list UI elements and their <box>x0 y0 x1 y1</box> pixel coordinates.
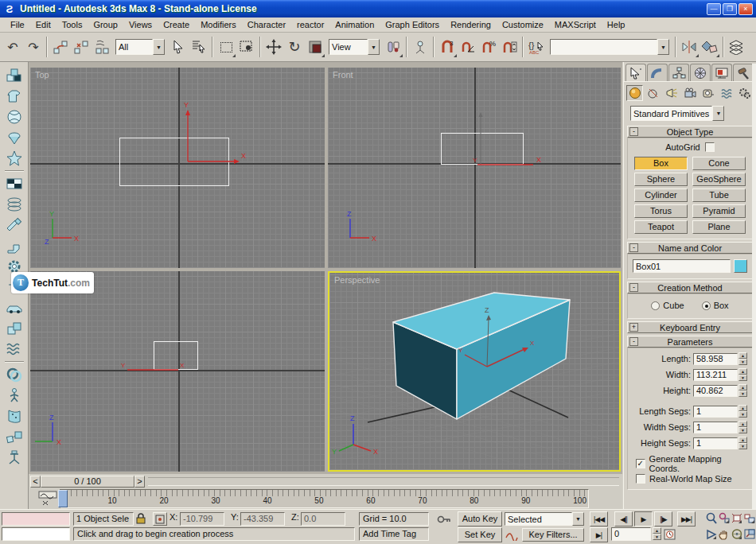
next-frame-button[interactable]: ||▶ <box>654 511 672 527</box>
shelf-ball-icon[interactable] <box>3 107 25 127</box>
width-spinner[interactable]: ▲▼ <box>738 368 747 381</box>
selection-lock-toggle[interactable] <box>135 512 150 526</box>
height-segs-spinner[interactable]: ▲▼ <box>738 437 747 449</box>
viewport-top[interactable]: Top Y X Y X Z <box>30 68 325 268</box>
length-segs-input[interactable]: 1 <box>693 406 738 418</box>
select-and-move-button[interactable] <box>263 36 284 58</box>
subtab-cameras[interactable] <box>681 85 698 101</box>
shelf-shirt-icon[interactable] <box>3 86 25 107</box>
mini-curve-editor-button[interactable] <box>38 490 59 507</box>
creation-method-cube-radio[interactable]: Cube <box>651 301 684 310</box>
menu-item-tools[interactable]: Tools <box>57 18 88 31</box>
add-time-tag-button[interactable]: Add Time Tag <box>359 527 429 541</box>
snap-toggle-button[interactable]: 3 <box>437 36 458 58</box>
chevron-down-icon[interactable]: ▼ <box>153 39 165 55</box>
width-segs-input[interactable]: 1 <box>693 422 738 433</box>
menu-item-modifiers[interactable]: Modifiers <box>195 18 242 31</box>
select-and-link-icon[interactable] <box>50 36 71 58</box>
maxscript-mini-listener-white[interactable] <box>2 527 70 541</box>
named-selection-dropdown[interactable]: ▼ <box>550 39 669 55</box>
shelf-spindle-icon[interactable] <box>3 127 25 148</box>
viewport-left[interactable]: Y X Z X <box>30 271 325 472</box>
y-coordinate-field[interactable]: -43.359 <box>240 512 285 526</box>
named-selection-sets-button[interactable]: {}ABC <box>526 36 547 58</box>
shelf-waves-icon[interactable] <box>3 339 25 359</box>
angle-snap-toggle[interactable] <box>458 36 478 58</box>
object-type-button[interactable]: Pyramid <box>692 204 746 218</box>
rollout-keyboard-entry-header[interactable]: + Keyboard Entry <box>627 321 753 333</box>
tab-create[interactable] <box>625 64 646 81</box>
command-panel-scrollbar[interactable] <box>752 64 756 509</box>
menu-item-create[interactable]: Create <box>158 18 195 31</box>
chevron-down-icon[interactable]: ▼ <box>572 512 584 526</box>
shelf-checker-icon[interactable] <box>3 173 25 194</box>
rollout-creation-method-header[interactable]: - Creation Method <box>627 282 753 293</box>
go-to-start-button[interactable]: |◀◀ <box>590 511 608 527</box>
bind-to-space-warp-icon[interactable] <box>92 36 112 58</box>
chevron-down-icon[interactable]: ▼ <box>657 39 669 55</box>
rollout-name-color-header[interactable]: - Name and Color <box>627 242 753 254</box>
shelf-car-icon[interactable] <box>3 297 25 318</box>
select-and-scale-button[interactable] <box>305 36 325 58</box>
track-bar-frame-slider[interactable] <box>58 490 68 507</box>
real-world-map-size-checkbox[interactable] <box>636 474 645 484</box>
redo-button[interactable]: ↷ <box>23 36 44 58</box>
unlink-selection-icon[interactable] <box>71 36 92 58</box>
chevron-down-icon[interactable]: ▼ <box>712 106 724 121</box>
subtab-geometry[interactable] <box>626 85 643 101</box>
subtab-systems[interactable] <box>736 85 753 101</box>
mirror-button[interactable] <box>679 36 699 58</box>
close-button[interactable]: × <box>738 3 753 15</box>
zoom-extents-icon[interactable] <box>731 511 742 524</box>
tab-hierarchy[interactable] <box>668 64 689 81</box>
creation-method-box-radio[interactable]: Box <box>702 301 729 310</box>
shelf-stand-icon[interactable] <box>3 447 25 468</box>
menu-item-rendering[interactable]: Rendering <box>445 18 497 31</box>
menu-item-animation[interactable]: Animation <box>329 18 380 31</box>
shelf-spring-icon[interactable] <box>3 194 25 215</box>
track-bar-ruler[interactable]: 0 10 20 30 40 50 60 70 80 90 100 <box>60 489 589 508</box>
field-of-view-icon[interactable] <box>705 527 717 540</box>
length-spinner[interactable]: ▲▼ <box>738 352 747 365</box>
shelf-star-icon[interactable] <box>3 148 25 169</box>
tab-motion[interactable] <box>690 64 711 81</box>
object-type-button[interactable]: Cone <box>692 157 746 170</box>
time-configuration-button[interactable] <box>664 528 676 541</box>
menu-item-maxscript[interactable]: MAXScript <box>549 18 602 31</box>
menu-item-group[interactable]: Group <box>88 18 123 31</box>
object-type-button[interactable]: Torus <box>634 204 688 218</box>
go-to-end-button[interactable]: ▶▶| <box>677 511 696 527</box>
z-coordinate-field[interactable]: 0.0 <box>301 512 345 526</box>
rollout-object-type-header[interactable]: - Object Type <box>627 126 753 138</box>
shelf-boxes-icon[interactable] <box>3 318 25 339</box>
shelf-linked-cubes-icon[interactable] <box>3 426 25 447</box>
tab-utilities[interactable] <box>733 64 754 81</box>
absolute-offset-mode-toggle[interactable] <box>153 512 167 526</box>
object-type-button[interactable]: Box <box>634 157 688 170</box>
height-input[interactable]: 40.862 <box>693 385 738 397</box>
object-type-button[interactable]: Teapot <box>634 220 688 234</box>
menu-item-help[interactable]: Help <box>602 18 631 31</box>
time-slider-next-button[interactable]: > <box>134 476 145 488</box>
spinner-snap-toggle[interactable] <box>499 36 520 58</box>
select-and-rotate-button[interactable]: ↻ <box>284 36 305 58</box>
shelf-knife-icon[interactable] <box>3 215 25 235</box>
shelf-elbow-icon[interactable] <box>3 235 25 256</box>
menu-item-file[interactable]: File <box>5 18 30 31</box>
generate-mapping-coords-checkbox[interactable] <box>636 459 645 468</box>
x-coordinate-field[interactable]: -10.799 <box>180 512 224 526</box>
minimize-button[interactable]: — <box>707 3 721 15</box>
select-and-manipulate-button[interactable] <box>410 36 431 58</box>
select-by-name-button[interactable] <box>189 36 209 58</box>
time-slider-handle[interactable]: 0 / 100 <box>41 476 134 488</box>
selection-filter-dropdown[interactable]: All ▼ <box>115 39 165 55</box>
height-segs-input[interactable]: 1 <box>693 437 738 449</box>
rollout-parameters-header[interactable]: - Parameters <box>627 336 753 348</box>
zoom-extents-all-icon[interactable] <box>743 511 755 524</box>
width-input[interactable]: 113.211 <box>693 369 738 381</box>
previous-frame-button[interactable]: ◀|| <box>614 511 633 527</box>
object-name-input[interactable]: Box01 <box>633 259 731 273</box>
menu-item-reactor[interactable]: reactor <box>291 18 329 31</box>
length-segs-spinner[interactable]: ▲▼ <box>738 405 747 418</box>
pan-hand-icon[interactable] <box>718 527 730 540</box>
